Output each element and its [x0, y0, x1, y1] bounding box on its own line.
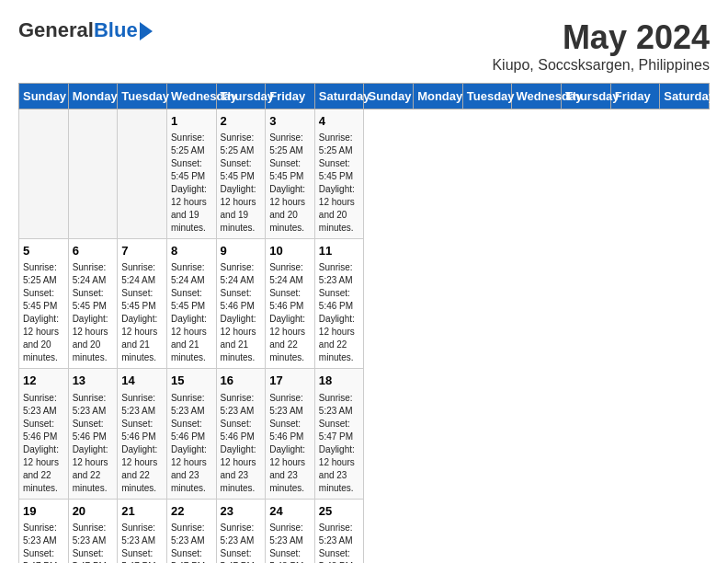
- day-info: Sunrise: 5:23 AMSunset: 5:48 PMDaylight:…: [319, 522, 360, 563]
- calendar-cell: 11Sunrise: 5:23 AMSunset: 5:46 PMDayligh…: [314, 239, 364, 369]
- col-header-sunday: Sunday: [364, 84, 414, 109]
- col-header-monday: Monday: [414, 84, 463, 109]
- calendar-cell: 23Sunrise: 5:23 AMSunset: 5:47 PMDayligh…: [216, 499, 266, 563]
- day-number: 20: [73, 503, 114, 520]
- calendar-cell: 9Sunrise: 5:24 AMSunset: 5:46 PMDaylight…: [216, 239, 266, 369]
- header-thursday: Thursday: [216, 84, 266, 109]
- day-number: 9: [221, 243, 262, 259]
- day-number: 14: [121, 373, 163, 389]
- calendar-cell: 6Sunrise: 5:24 AMSunset: 5:45 PMDaylight…: [68, 239, 118, 369]
- calendar-cell: 3Sunrise: 5:25 AMSunset: 5:45 PMDaylight…: [266, 109, 315, 239]
- day-number: 10: [269, 243, 311, 259]
- calendar-cell: 12Sunrise: 5:23 AMSunset: 5:46 PMDayligh…: [19, 369, 69, 499]
- calendar-week-4: 19Sunrise: 5:23 AMSunset: 5:47 PMDayligh…: [19, 499, 710, 563]
- day-info: Sunrise: 5:23 AMSunset: 5:47 PMDaylight:…: [23, 522, 64, 563]
- calendar-cell: 1Sunrise: 5:25 AMSunset: 5:45 PMDaylight…: [166, 109, 216, 239]
- day-number: 21: [121, 503, 163, 520]
- calendar-cell: 17Sunrise: 5:23 AMSunset: 5:46 PMDayligh…: [266, 369, 315, 499]
- calendar-cell: 8Sunrise: 5:24 AMSunset: 5:45 PMDaylight…: [166, 239, 216, 369]
- calendar-cell: 14Sunrise: 5:23 AMSunset: 5:46 PMDayligh…: [118, 369, 167, 499]
- day-info: Sunrise: 5:23 AMSunset: 5:46 PMDaylight:…: [319, 261, 360, 364]
- header-saturday: Saturday: [314, 84, 364, 109]
- header-sunday: Sunday: [19, 84, 69, 109]
- day-info: Sunrise: 5:25 AMSunset: 5:45 PMDaylight:…: [269, 132, 311, 235]
- calendar-cell: 21Sunrise: 5:23 AMSunset: 5:47 PMDayligh…: [118, 499, 167, 563]
- day-info: Sunrise: 5:24 AMSunset: 5:45 PMDaylight:…: [73, 261, 114, 364]
- calendar-cell: 5Sunrise: 5:25 AMSunset: 5:45 PMDaylight…: [19, 239, 69, 369]
- calendar-cell: 13Sunrise: 5:23 AMSunset: 5:46 PMDayligh…: [68, 369, 118, 499]
- calendar-cell: 10Sunrise: 5:24 AMSunset: 5:46 PMDayligh…: [266, 239, 315, 369]
- day-number: 25: [319, 503, 360, 520]
- day-number: 16: [221, 373, 262, 389]
- title-block: May 2024 Kiupo, Soccsksargen, Philippine…: [492, 18, 710, 74]
- calendar-cell: 2Sunrise: 5:25 AMSunset: 5:45 PMDaylight…: [216, 109, 266, 239]
- header-tuesday: Tuesday: [118, 84, 167, 109]
- calendar-week-2: 5Sunrise: 5:25 AMSunset: 5:45 PMDaylight…: [19, 239, 710, 369]
- col-header-wednesday: Wednesday: [512, 84, 562, 109]
- page-header: General Blue May 2024 Kiupo, Soccsksarge…: [18, 18, 710, 74]
- col-header-tuesday: Tuesday: [462, 84, 512, 109]
- calendar-cell: 15Sunrise: 5:23 AMSunset: 5:46 PMDayligh…: [166, 369, 216, 499]
- day-info: Sunrise: 5:24 AMSunset: 5:46 PMDaylight:…: [221, 261, 262, 364]
- month-title: May 2024: [492, 18, 710, 57]
- day-number: 24: [269, 503, 311, 520]
- day-info: Sunrise: 5:23 AMSunset: 5:46 PMDaylight:…: [171, 392, 212, 495]
- calendar-cell: 22Sunrise: 5:23 AMSunset: 5:47 PMDayligh…: [166, 499, 216, 563]
- day-info: Sunrise: 5:24 AMSunset: 5:45 PMDaylight:…: [121, 261, 163, 364]
- calendar-cell: 4Sunrise: 5:25 AMSunset: 5:45 PMDaylight…: [314, 109, 364, 239]
- day-number: 17: [269, 373, 311, 389]
- day-info: Sunrise: 5:24 AMSunset: 5:45 PMDaylight:…: [171, 261, 212, 364]
- day-info: Sunrise: 5:23 AMSunset: 5:46 PMDaylight:…: [121, 392, 163, 495]
- calendar-week-1: 1Sunrise: 5:25 AMSunset: 5:45 PMDaylight…: [19, 109, 710, 239]
- calendar-cell: [19, 109, 69, 239]
- calendar-cell: 16Sunrise: 5:23 AMSunset: 5:46 PMDayligh…: [216, 369, 266, 499]
- logo-general-text: General: [18, 18, 94, 42]
- day-number: 3: [269, 113, 311, 130]
- calendar-cell: 7Sunrise: 5:24 AMSunset: 5:45 PMDaylight…: [118, 239, 167, 369]
- day-info: Sunrise: 5:23 AMSunset: 5:46 PMDaylight:…: [23, 392, 64, 495]
- header-wednesday: Wednesday: [166, 84, 216, 109]
- day-number: 1: [171, 113, 212, 130]
- day-info: Sunrise: 5:25 AMSunset: 5:45 PMDaylight:…: [171, 132, 212, 235]
- location-title: Kiupo, Soccsksargen, Philippines: [492, 57, 710, 74]
- day-number: 13: [73, 373, 114, 389]
- day-info: Sunrise: 5:24 AMSunset: 5:46 PMDaylight:…: [269, 261, 311, 364]
- day-number: 18: [319, 373, 360, 389]
- day-number: 8: [171, 243, 212, 259]
- col-header-saturday: Saturday: [660, 84, 710, 109]
- day-number: 23: [221, 503, 262, 520]
- day-number: 11: [319, 243, 360, 259]
- day-number: 12: [23, 373, 64, 389]
- day-number: 7: [121, 243, 163, 259]
- day-info: Sunrise: 5:23 AMSunset: 5:47 PMDaylight:…: [221, 522, 262, 563]
- day-info: Sunrise: 5:23 AMSunset: 5:47 PMDaylight:…: [319, 392, 360, 495]
- calendar-cell: 18Sunrise: 5:23 AMSunset: 5:47 PMDayligh…: [314, 369, 364, 499]
- logo-blue-text: Blue: [94, 18, 138, 42]
- day-number: 15: [171, 373, 212, 389]
- day-number: 5: [23, 243, 64, 259]
- calendar-cell: [118, 109, 167, 239]
- calendar-cell: 19Sunrise: 5:23 AMSunset: 5:47 PMDayligh…: [19, 499, 69, 563]
- col-header-thursday: Thursday: [562, 84, 611, 109]
- day-info: Sunrise: 5:25 AMSunset: 5:45 PMDaylight:…: [23, 261, 64, 364]
- calendar-cell: 20Sunrise: 5:23 AMSunset: 5:47 PMDayligh…: [68, 499, 118, 563]
- calendar-table: SundayMondayTuesdayWednesdayThursdayFrid…: [18, 83, 710, 563]
- day-number: 19: [23, 503, 64, 520]
- day-number: 4: [319, 113, 360, 130]
- day-info: Sunrise: 5:23 AMSunset: 5:46 PMDaylight:…: [269, 392, 311, 495]
- day-info: Sunrise: 5:23 AMSunset: 5:47 PMDaylight:…: [73, 522, 114, 563]
- calendar-week-3: 12Sunrise: 5:23 AMSunset: 5:46 PMDayligh…: [19, 369, 710, 499]
- day-info: Sunrise: 5:23 AMSunset: 5:47 PMDaylight:…: [171, 522, 212, 563]
- day-info: Sunrise: 5:23 AMSunset: 5:46 PMDaylight:…: [221, 392, 262, 495]
- day-info: Sunrise: 5:23 AMSunset: 5:46 PMDaylight:…: [73, 392, 114, 495]
- day-number: 2: [221, 113, 262, 130]
- header-friday: Friday: [266, 84, 315, 109]
- calendar-cell: 24Sunrise: 5:23 AMSunset: 5:48 PMDayligh…: [266, 499, 315, 563]
- logo-arrow-icon: [140, 22, 153, 40]
- calendar-cell: [68, 109, 118, 239]
- day-number: 22: [171, 503, 212, 520]
- col-header-friday: Friday: [610, 84, 660, 109]
- logo: General Blue: [18, 18, 153, 42]
- day-number: 6: [73, 243, 114, 259]
- day-info: Sunrise: 5:23 AMSunset: 5:48 PMDaylight:…: [269, 522, 311, 563]
